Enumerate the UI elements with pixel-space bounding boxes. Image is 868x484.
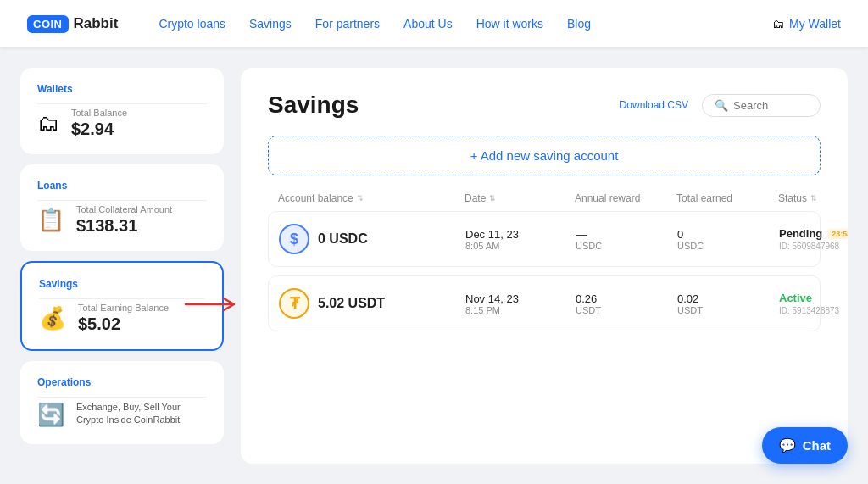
earned-cell: 0 USDC	[677, 228, 779, 251]
sidebar: Wallets 🗂 Total Balance $2.94 Loans 📋 To…	[20, 68, 224, 464]
sort-icon-status[interactable]: ⇅	[810, 194, 817, 203]
nav-link-crypto-loans[interactable]: Crypto loans	[159, 17, 225, 31]
earned-unit: USDC	[677, 241, 779, 251]
date-cell: Nov 14, 23 8:15 PM	[465, 292, 576, 315]
sidebar-wallets-row: 🗂 Total Balance $2.94	[37, 108, 207, 139]
col-date: Date ⇅	[465, 192, 575, 204]
sort-icon-balance[interactable]: ⇅	[357, 194, 364, 203]
status-cell: Active ID: 5913428873	[779, 292, 848, 315]
sidebar-operations-row: 🔄 Exchange, Buy, Sell Your Crypto Inside…	[37, 401, 207, 429]
sidebar-operations-info: Exchange, Buy, Sell Your Crypto Inside C…	[76, 401, 207, 429]
search-icon: 🔍	[715, 99, 728, 112]
operations-icon: 🔄	[37, 402, 64, 428]
status-id: ID: 5913428873	[779, 306, 848, 315]
sidebar-operations-title: Operations	[37, 376, 207, 388]
main-header: Savings Download CSV 🔍	[268, 92, 821, 119]
time-value: 8:05 AM	[465, 241, 576, 251]
table-row[interactable]: ₮ 5.02 USDT Nov 14, 23 8:15 PM 0.26 USDT…	[268, 275, 821, 331]
header: COIN Rabbit Crypto loans Savings For par…	[0, 0, 868, 47]
nav-link-for-partners[interactable]: For partners	[315, 17, 380, 31]
wallets-balance-value: $2.94	[71, 120, 127, 139]
coin-amount: 0 USDC	[318, 231, 368, 247]
red-arrow	[181, 292, 249, 320]
chat-button[interactable]: 💬 Chat	[762, 427, 848, 464]
sidebar-card-loans[interactable]: Loans 📋 Total Collateral Amount $138.31	[20, 164, 224, 251]
chat-label: Chat	[803, 438, 831, 453]
time-value: 8:15 PM	[465, 305, 576, 315]
status-id: ID: 5609847968	[779, 242, 848, 251]
search-box: 🔍	[702, 94, 821, 117]
sidebar-loans-info: Total Collateral Amount $138.31	[76, 204, 172, 236]
col-annual-reward: Annual reward	[575, 192, 676, 204]
wallets-balance-label: Total Balance	[71, 108, 127, 118]
nav-link-about-us[interactable]: About Us	[403, 17, 453, 31]
sidebar-wallets-title: Wallets	[37, 83, 207, 95]
page-body: Wallets 🗂 Total Balance $2.94 Loans 📋 To…	[0, 47, 868, 484]
sidebar-loans-title: Loans	[37, 180, 207, 192]
coin-cell: $ 0 USDC	[279, 224, 465, 254]
logo-text: Rabbit	[74, 15, 119, 32]
nav-link-my-wallet[interactable]: My Wallet	[789, 17, 841, 31]
table-header: Account balance ⇅ Date ⇅ Annual reward T…	[268, 192, 821, 211]
pending-badge: 23:58:10	[827, 229, 848, 239]
search-input[interactable]	[733, 99, 808, 112]
reward-cell: 0.26 USDT	[576, 292, 677, 315]
nav-link-blog[interactable]: Blog	[567, 17, 591, 31]
status-text: Active	[779, 292, 812, 304]
col-status: Status ⇅	[778, 192, 848, 204]
sidebar-wallets-info: Total Balance $2.94	[71, 108, 127, 139]
sidebar-savings-info: Total Earning Balance $5.02	[78, 303, 169, 334]
savings-balance-label: Total Earning Balance	[78, 303, 169, 313]
logo[interactable]: COIN Rabbit	[27, 15, 118, 33]
loans-icon: 📋	[37, 207, 64, 233]
date-value: Dec 11, 23	[465, 228, 576, 241]
reward-unit: USDT	[576, 305, 677, 315]
operations-description: Exchange, Buy, Sell Your Crypto Inside C…	[76, 401, 207, 427]
chat-icon: 💬	[779, 437, 796, 453]
logo-box: COIN	[27, 15, 69, 33]
nav-wallet[interactable]: 🗂 My Wallet	[772, 17, 841, 31]
coin-cell: ₮ 5.02 USDT	[279, 288, 465, 319]
reward-unit: USDC	[576, 241, 677, 251]
loans-balance-label: Total Collateral Amount	[76, 204, 172, 214]
main-content: Savings Download CSV 🔍 + Add new saving …	[241, 68, 848, 464]
status-badge: Pending 23:58:10	[779, 227, 848, 240]
col-account-balance: Account balance ⇅	[278, 192, 465, 204]
page-title: Savings	[268, 92, 606, 119]
date-value: Nov 14, 23	[465, 292, 576, 305]
date-cell: Dec 11, 23 8:05 AM	[465, 228, 576, 251]
loans-balance-value: $138.31	[76, 216, 172, 236]
coin-icon: ₮	[279, 288, 309, 319]
sidebar-savings-title: Savings	[39, 278, 205, 290]
status-cell: Pending 23:58:10 ID: 5609847968	[779, 227, 848, 251]
savings-icon: 💰	[39, 305, 66, 331]
nav-link-savings[interactable]: Savings	[249, 17, 292, 31]
sidebar-card-operations[interactable]: Operations 🔄 Exchange, Buy, Sell Your Cr…	[20, 361, 224, 444]
sidebar-card-wallets[interactable]: Wallets 🗂 Total Balance $2.94	[20, 68, 224, 154]
sidebar-loans-row: 📋 Total Collateral Amount $138.31	[37, 204, 207, 236]
earned-unit: USDT	[677, 305, 779, 315]
add-account-button[interactable]: + Add new saving account	[268, 136, 821, 175]
sidebar-savings-row: 💰 Total Earning Balance $5.02	[39, 303, 205, 334]
table-rows: $ 0 USDC Dec 11, 23 8:05 AM — USDC 0 USD…	[268, 211, 821, 331]
wallets-icon: 🗂	[37, 110, 59, 136]
coin-icon: $	[279, 224, 309, 254]
wallet-icon: 🗂	[772, 17, 784, 31]
status-text: Pending	[779, 227, 822, 240]
reward-cell: — USDC	[576, 228, 677, 251]
earned-cell: 0.02 USDT	[677, 292, 779, 315]
nav: Crypto loans Savings For partners About …	[159, 17, 841, 31]
download-csv-button[interactable]: Download CSV	[620, 99, 688, 111]
nav-link-how-it-works[interactable]: How it works	[476, 17, 543, 31]
col-total-earned: Total earned	[676, 192, 778, 204]
table-row[interactable]: $ 0 USDC Dec 11, 23 8:05 AM — USDC 0 USD…	[268, 211, 821, 267]
coin-amount: 5.02 USDT	[318, 296, 385, 311]
savings-arrow-container: Savings 💰 Total Earning Balance $5.02	[20, 261, 224, 351]
status-badge: Active	[779, 292, 848, 304]
sort-icon-date[interactable]: ⇅	[489, 194, 496, 203]
savings-balance-value: $5.02	[78, 314, 169, 334]
